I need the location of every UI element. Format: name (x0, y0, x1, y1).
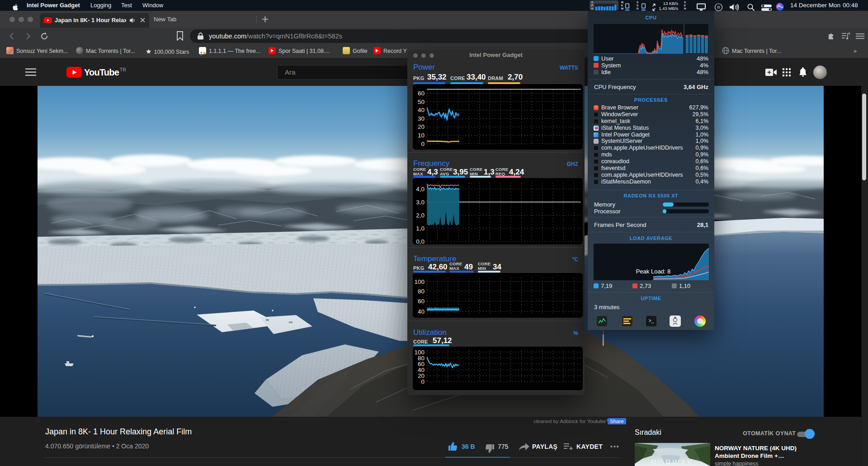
svg-text:50: 50 (418, 99, 425, 105)
svg-text:60: 60 (418, 90, 425, 97)
svg-text:20: 20 (418, 123, 425, 130)
svg-text:4,0: 4,0 (416, 186, 425, 193)
svg-text:0: 0 (421, 378, 425, 385)
svg-text:60: 60 (418, 298, 425, 305)
svg-text:2,0: 2,0 (416, 212, 425, 219)
svg-text:Peak Load: 8: Peak Load: 8 (636, 268, 671, 275)
svg-text:30: 30 (418, 115, 425, 122)
svg-text:100: 100 (414, 278, 425, 285)
svg-text:80: 80 (418, 288, 425, 295)
svg-text:1,0: 1,0 (416, 225, 425, 232)
svg-text:40: 40 (418, 308, 425, 315)
svg-text:0,0: 0,0 (416, 238, 425, 245)
svg-text:0: 0 (421, 141, 425, 147)
svg-text:40: 40 (418, 107, 425, 113)
svg-text:NORWAY: NORWAY (651, 459, 693, 466)
svg-text:3,0: 3,0 (416, 199, 425, 206)
svg-text:10: 10 (418, 132, 425, 139)
